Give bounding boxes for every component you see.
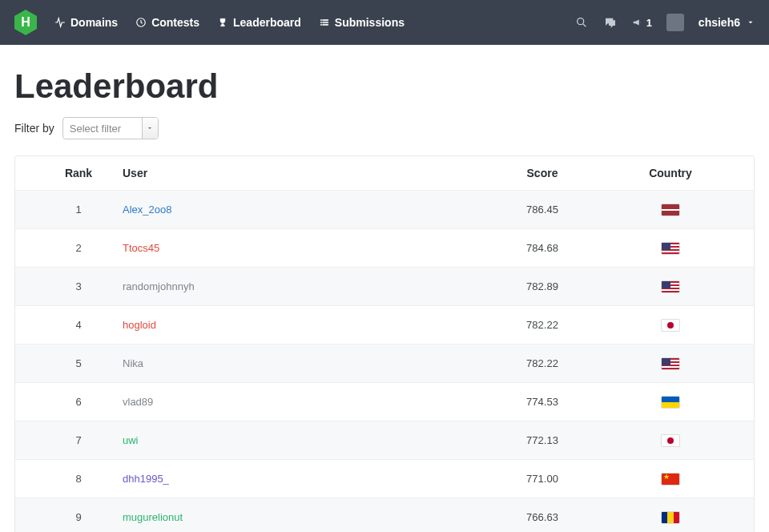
filter-label: Filter by [14,122,54,135]
table-row: 9mugurelionut766.63 [15,498,754,532]
cell-rank: 4 [34,319,123,331]
messages-icon [604,16,617,29]
chevron-down-icon [147,125,153,131]
cell-user-link[interactable]: Ttocs45 [123,242,478,254]
table-row: 2Ttocs45784.68 [15,228,754,267]
top-navbar: H Domains Contests Leaderboard Submissio… [0,0,769,45]
clock-icon [135,17,147,28]
cell-rank: 7 [34,434,123,446]
megaphone-icon [632,17,643,28]
page-title: Leaderboard [14,67,755,106]
nav-right: 1 chsieh6 [574,14,755,31]
flag-icon [661,396,680,409]
cell-score: 782.22 [478,319,606,331]
nav-contests[interactable]: Contests [135,16,199,29]
filter-placeholder: Select filter [70,123,121,135]
flag-icon [661,434,680,447]
notifications-button[interactable]: 1 [632,17,652,29]
cell-country [606,241,735,255]
cell-country [606,203,735,216]
cell-country [606,280,735,293]
cell-country [606,318,735,332]
header-country: Country [606,167,735,179]
filter-select[interactable]: Select filter [62,117,159,139]
cell-score: 786.45 [478,204,606,216]
nav-leaderboard-label: Leaderboard [233,16,301,29]
cell-score: 772.13 [478,434,606,446]
notification-count: 1 [646,17,652,29]
cell-user-link[interactable]: dhh1995_ [123,473,478,485]
table-row: 3randomjohnnyh782.89 [15,267,754,305]
table-row: 6vlad89774.53 [15,382,754,421]
user-menu[interactable]: chsieh6 [699,16,755,29]
cell-score: 771.00 [478,473,606,485]
cell-country [606,357,735,370]
cell-user-link[interactable]: vlad89 [123,396,478,408]
chevron-down-icon [747,18,755,26]
cell-country [606,510,735,524]
flag-icon [661,511,680,524]
nav-domains[interactable]: Domains [54,16,118,29]
nav-submissions[interactable]: Submissions [319,16,405,29]
avatar[interactable] [666,14,684,31]
cell-rank: 3 [34,280,123,292]
list-icon [319,17,330,28]
leaderboard-table: Rank User Score Country 1Alex_2oo8786.45… [14,155,755,532]
cell-rank: 2 [34,242,123,254]
cell-score: 766.63 [478,511,606,523]
table-row: 7uwi772.13 [15,421,754,459]
messages-button[interactable] [603,15,618,30]
cell-rank: 8 [34,473,123,485]
svg-point-1 [577,18,583,25]
search-button[interactable] [574,15,589,30]
cell-country [606,395,735,409]
cell-score: 784.68 [478,242,606,254]
nav-items: Domains Contests Leaderboard Submissions [54,16,405,29]
flag-icon [661,280,680,293]
flag-icon [661,242,680,255]
table-row: 5Nika782.22 [15,344,754,382]
cell-user-link[interactable]: randomjohnnyh [123,280,478,292]
table-header: Rank User Score Country [15,156,754,190]
table-row: 1Alex_2oo8786.45 [15,190,754,228]
cell-user-link[interactable]: hogloid [123,319,478,331]
nav-leaderboard[interactable]: Leaderboard [217,16,301,29]
cell-rank: 5 [34,357,123,369]
cell-country [606,433,735,447]
header-score: Score [478,167,606,179]
cell-score: 774.53 [478,396,606,408]
cell-score: 782.89 [478,280,606,292]
table-row: 4hogloid782.22 [15,305,754,344]
username-label: chsieh6 [699,16,740,29]
nav-contests-label: Contests [151,16,199,29]
cell-rank: 6 [34,396,123,408]
header-user: User [123,167,478,179]
cell-rank: 9 [34,511,123,523]
search-icon [575,16,588,29]
table-body: 1Alex_2oo8786.452Ttocs45784.683randomjoh… [15,190,754,532]
nav-submissions-label: Submissions [335,16,405,29]
dropdown-toggle[interactable] [142,118,158,139]
logo[interactable]: H [14,10,37,35]
table-row: 8dhh1995_771.00 [15,459,754,498]
filter-row: Filter by Select filter [14,117,755,139]
activity-icon [54,17,66,28]
trophy-icon [217,17,228,28]
cell-user-link[interactable]: uwi [123,434,478,446]
header-rank: Rank [34,167,123,179]
cell-score: 782.22 [478,357,606,369]
flag-icon [661,357,680,370]
flag-icon [661,319,680,332]
flag-icon [661,204,680,216]
cell-user-link[interactable]: Nika [123,357,478,369]
cell-user-link[interactable]: mugurelionut [123,511,478,523]
cell-rank: 1 [34,204,123,216]
flag-icon [661,473,680,486]
page-content: Leaderboard Filter by Select filter Rank… [0,45,769,532]
cell-user-link[interactable]: Alex_2oo8 [123,204,478,216]
cell-country [606,472,735,486]
nav-domains-label: Domains [70,16,118,29]
